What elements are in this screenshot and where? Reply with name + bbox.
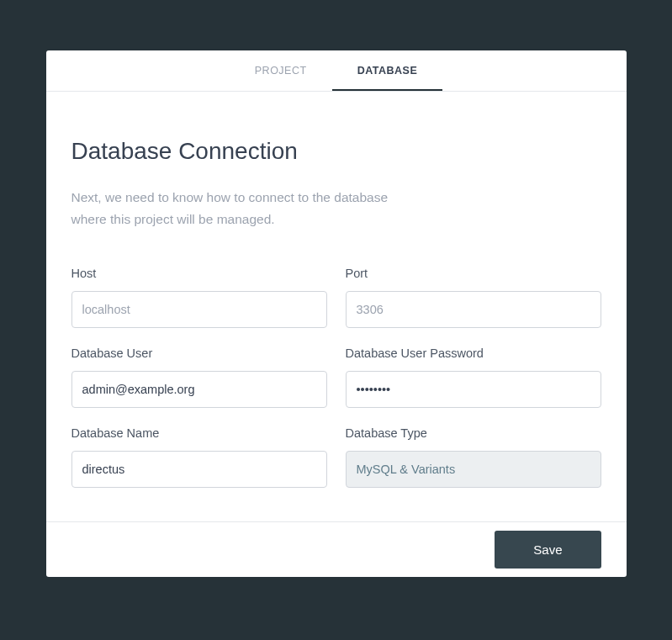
field-host: Host bbox=[71, 267, 327, 328]
modal-content: Database Connection Next, we need to kno… bbox=[46, 92, 627, 521]
field-password: Database User Password bbox=[346, 346, 601, 408]
name-input[interactable] bbox=[71, 451, 327, 488]
type-input[interactable] bbox=[346, 451, 601, 488]
host-label: Host bbox=[71, 267, 327, 280]
field-type: Database Type bbox=[346, 426, 601, 488]
type-label: Database Type bbox=[346, 426, 601, 440]
modal-footer: Save bbox=[46, 521, 627, 577]
user-label: Database User bbox=[71, 346, 327, 360]
field-name: Database Name bbox=[71, 426, 327, 488]
page-subtitle: Next, we need to know how to connect to … bbox=[71, 187, 425, 230]
tab-database[interactable]: DATABASE bbox=[332, 50, 443, 91]
port-input[interactable] bbox=[346, 291, 601, 328]
host-input[interactable] bbox=[71, 291, 327, 328]
page-title: Database Connection bbox=[71, 138, 601, 165]
tab-project[interactable]: PROJECT bbox=[230, 50, 332, 91]
database-connection-modal: PROJECT DATABASE Database Connection Nex… bbox=[46, 50, 627, 577]
field-user: Database User bbox=[71, 346, 327, 408]
field-port: Port bbox=[346, 267, 601, 328]
password-label: Database User Password bbox=[346, 346, 601, 360]
form-grid: Host Port Database User Database User Pa… bbox=[71, 267, 601, 488]
port-label: Port bbox=[346, 267, 601, 280]
user-input[interactable] bbox=[71, 371, 327, 408]
name-label: Database Name bbox=[71, 426, 327, 440]
save-button[interactable]: Save bbox=[495, 531, 601, 569]
tabs: PROJECT DATABASE bbox=[46, 50, 627, 92]
password-input[interactable] bbox=[346, 371, 601, 408]
